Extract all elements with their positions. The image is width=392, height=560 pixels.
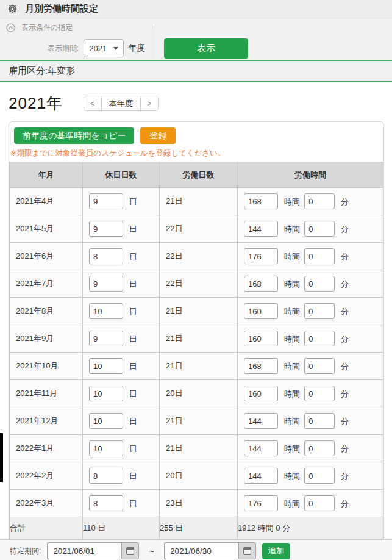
work-minutes-input[interactable]	[304, 386, 335, 401]
holiday-days-input[interactable]	[89, 440, 123, 456]
work-hours-input[interactable]	[244, 221, 278, 237]
workdays-cell: 22日	[160, 215, 238, 243]
work-minutes-input[interactable]	[304, 495, 335, 511]
copy-standard-hours-button[interactable]: 前年度の基準時間をコピー	[14, 127, 134, 144]
start-date-input[interactable]	[47, 542, 121, 559]
holiday-days-input[interactable]	[89, 386, 123, 401]
current-year-button[interactable]: 本年度	[101, 96, 141, 110]
work-minutes-input[interactable]	[304, 358, 335, 374]
table-row: 2022年3月 日 23日 時間 分	[10, 490, 383, 517]
work-minutes-input[interactable]	[304, 303, 335, 319]
end-date-input[interactable]	[164, 542, 238, 559]
holiday-days-input[interactable]	[89, 495, 123, 511]
month-cell: 2021年10月	[10, 353, 83, 380]
filter-section: 表示条件の指定 表示期間: 2021 年度 表示	[0, 18, 392, 60]
work-minutes-input[interactable]	[304, 468, 335, 484]
work-minutes-input[interactable]	[304, 331, 335, 346]
holiday-days-input[interactable]	[89, 358, 123, 374]
screenshot-artifact	[0, 433, 3, 482]
table-row: 2021年8月 日 21日 時間 分	[10, 298, 383, 325]
table-row: 2021年6月 日 22日 時間 分	[10, 243, 383, 270]
day-unit-label: 日	[129, 252, 137, 261]
specific-period-bar: 特定期間: ~ 追加	[0, 539, 392, 560]
hour-unit-label: 時間	[284, 444, 300, 453]
holiday-days-input[interactable]	[89, 221, 123, 237]
employment-bar: 雇用区分:年変形	[0, 61, 392, 81]
work-minutes-input[interactable]	[304, 440, 335, 456]
table-row: 2021年9月 日 21日 時間 分	[10, 325, 383, 353]
hour-unit-label: 時間	[284, 252, 300, 261]
filter-form-row: 表示期間: 2021 年度 表示	[0, 37, 392, 60]
hour-unit-label: 時間	[284, 417, 300, 426]
schedule-panel: 前年度の基準時間をコピー 登録 ※期限までに対象従業員のスケジュールを登録してく…	[9, 121, 384, 539]
work-hours-input[interactable]	[244, 331, 278, 346]
day-unit-label: 日	[129, 307, 137, 316]
holiday-days-input[interactable]	[89, 413, 123, 429]
workdays-cell: 23日	[160, 490, 238, 517]
month-cell: 2021年11月	[10, 380, 83, 407]
work-hours-input[interactable]	[244, 495, 278, 511]
prev-year-button[interactable]: <	[84, 96, 101, 110]
work-minutes-input[interactable]	[304, 193, 335, 209]
table-row: 2021年5月 日 22日 時間 分	[10, 215, 383, 243]
col-header-holidays: 休日日数	[83, 162, 160, 188]
table-row: 2021年4月 日 21日 時間 分	[10, 188, 383, 215]
work-hours-input[interactable]	[244, 248, 278, 264]
month-rows: 2021年4月 日 21日 時間 分 2021年5月 日 22日 時間 分 20…	[10, 188, 383, 517]
holiday-days-input[interactable]	[89, 276, 123, 292]
calendar-icon	[243, 547, 251, 555]
table-row: 2021年12月 日 21日 時間 分	[10, 407, 383, 435]
work-hours-input[interactable]	[244, 303, 278, 319]
register-button[interactable]: 登録	[140, 127, 176, 144]
table-row: 2022年2月 日 20日 時間 分	[10, 462, 383, 490]
holiday-days-input[interactable]	[89, 331, 123, 346]
end-date-calendar-button[interactable]	[238, 542, 256, 559]
work-minutes-input[interactable]	[304, 221, 335, 237]
next-year-button[interactable]: >	[141, 96, 158, 110]
minute-unit-label: 分	[341, 252, 349, 261]
month-cell: 2021年5月	[10, 215, 83, 243]
holiday-days-input[interactable]	[89, 468, 123, 484]
work-minutes-input[interactable]	[304, 276, 335, 292]
work-minutes-input[interactable]	[304, 248, 335, 264]
minute-unit-label: 分	[341, 444, 349, 453]
work-hours-input[interactable]	[244, 193, 278, 209]
app-header: 月別労働時間設定	[0, 0, 392, 18]
end-date-group	[164, 542, 256, 559]
show-button[interactable]: 表示	[164, 38, 248, 59]
add-period-button[interactable]: 追加	[262, 543, 290, 559]
work-hours-input[interactable]	[244, 468, 278, 484]
work-hours-input[interactable]	[244, 358, 278, 374]
chevron-down-icon	[113, 47, 118, 50]
day-unit-label: 日	[129, 224, 137, 234]
holiday-days-input[interactable]	[89, 248, 123, 264]
table-row: 2021年11月 日 20日 時間 分	[10, 380, 383, 407]
work-hours-input[interactable]	[244, 440, 278, 456]
filter-toggle[interactable]: 表示条件の指定	[0, 18, 392, 33]
work-minutes-input[interactable]	[304, 413, 335, 429]
year-select-value: 2021	[89, 44, 107, 53]
monthly-hours-table: 年月 休日日数 労働日数 労働時間 2021年4月 日 21日 時間 分 202…	[9, 162, 383, 539]
work-hours-input[interactable]	[244, 276, 278, 292]
gear-icon[interactable]	[7, 4, 18, 14]
collapse-chevron-icon[interactable]	[6, 23, 15, 32]
holiday-days-input[interactable]	[89, 303, 123, 319]
deadline-notice: ※期限までに対象従業員のスケジュールを登録してください。	[10, 148, 383, 159]
start-date-calendar-button[interactable]	[121, 542, 139, 559]
total-hours: 1912 時間 0 分	[238, 517, 383, 539]
work-hours-input[interactable]	[244, 386, 278, 401]
day-unit-label: 日	[129, 334, 137, 343]
minute-unit-label: 分	[341, 307, 349, 316]
day-unit-label: 日	[129, 417, 137, 426]
month-cell: 2022年3月	[10, 490, 83, 517]
day-unit-label: 日	[129, 499, 137, 508]
hour-unit-label: 時間	[284, 334, 300, 343]
holiday-days-input[interactable]	[89, 193, 123, 209]
year-select[interactable]: 2021	[84, 39, 124, 57]
day-unit-label: 日	[129, 362, 137, 371]
specific-period-label: 特定期間:	[10, 546, 41, 556]
work-hours-input[interactable]	[244, 413, 278, 429]
month-cell: 2022年2月	[10, 462, 83, 490]
month-cell: 2021年4月	[10, 188, 83, 215]
col-header-hours: 労働時間	[238, 162, 383, 188]
